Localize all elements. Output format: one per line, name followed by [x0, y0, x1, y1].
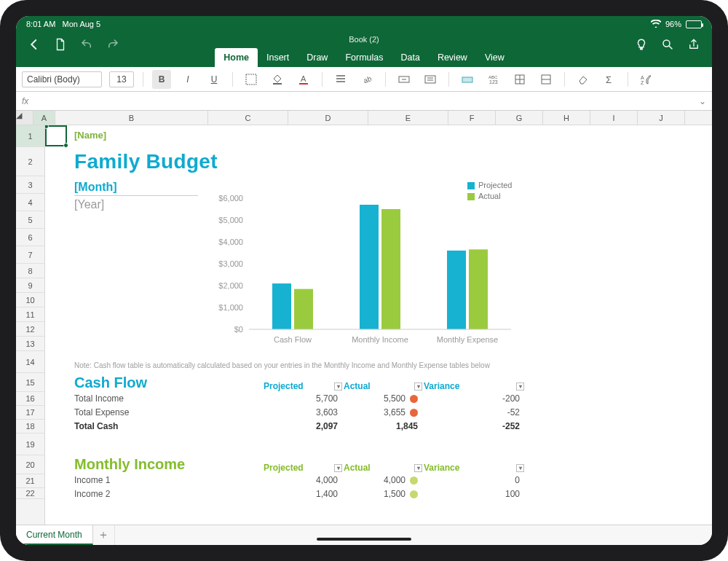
table-row[interactable]: Total Expense3,6033,655-52 — [74, 405, 526, 419]
tab-formulas[interactable]: Formulas — [336, 48, 392, 67]
row-18[interactable]: 18 — [16, 420, 44, 434]
row-19[interactable]: 19 — [16, 434, 44, 455]
income-title[interactable]: Monthly Income — [74, 456, 264, 473]
row-3[interactable]: 3 — [16, 176, 44, 194]
formula-input[interactable] — [34, 94, 699, 109]
italic-button[interactable]: I — [178, 70, 197, 89]
add-sheet-button[interactable]: ＋ — [93, 525, 115, 545]
col-D[interactable]: D — [288, 111, 368, 125]
font-color-button[interactable]: A — [294, 70, 313, 89]
table-row[interactable]: Income 14,0004,0000 — [74, 473, 526, 487]
row-20[interactable]: 20 — [16, 455, 44, 474]
clear-button[interactable] — [574, 70, 593, 89]
insert-cells-button[interactable] — [510, 70, 529, 89]
budget-chart[interactable]: $0$1,000$2,000$3,000$4,000$5,000$6,000Ca… — [213, 191, 518, 351]
row-13[interactable]: 13 — [16, 337, 44, 351]
tab-review[interactable]: Review — [429, 48, 476, 67]
income-header-actual[interactable]: Actual — [344, 463, 371, 473]
row-9[interactable]: 9 — [16, 278, 44, 293]
row-5[interactable]: 5 — [16, 211, 44, 229]
row-10[interactable]: 10 — [16, 293, 44, 307]
row-16[interactable]: 16 — [16, 392, 44, 406]
row-22[interactable]: 22 — [16, 488, 44, 499]
col-J[interactable]: J — [638, 111, 685, 125]
row-11[interactable]: 11 — [16, 307, 44, 322]
income-header-variance[interactable]: Variance — [424, 463, 459, 473]
delete-cells-button[interactable] — [537, 70, 555, 89]
filter-icon[interactable]: ▾ — [414, 382, 422, 391]
row-15[interactable]: 15 — [16, 373, 44, 392]
tab-home[interactable]: Home — [215, 48, 258, 67]
font-name-select[interactable]: Calibri (Body) — [22, 71, 102, 87]
filter-icon[interactable]: ▾ — [334, 464, 342, 472]
search-button[interactable] — [660, 36, 676, 52]
undo-button[interactable] — [79, 36, 95, 52]
filter-icon[interactable]: ▾ — [516, 464, 524, 472]
row-17[interactable]: 17 — [16, 406, 44, 420]
col-H[interactable]: H — [543, 111, 590, 125]
col-G[interactable]: G — [496, 111, 543, 125]
home-indicator[interactable] — [317, 538, 411, 541]
row-8[interactable]: 8 — [16, 264, 44, 278]
row-12[interactable]: 12 — [16, 322, 44, 337]
cashflow-header-variance[interactable]: Variance — [424, 381, 459, 391]
row-14[interactable]: 14 — [16, 351, 44, 373]
cell-month[interactable]: [Month] — [74, 181, 117, 194]
row-2[interactable]: 2 — [16, 147, 44, 176]
income-header-projected[interactable]: Projected — [264, 463, 304, 473]
underline-button[interactable]: U — [205, 70, 223, 89]
sort-filter-button[interactable]: AZ — [637, 70, 656, 89]
col-C[interactable]: C — [208, 111, 288, 125]
filter-icon[interactable]: ▾ — [414, 464, 422, 472]
row-21[interactable]: 21 — [16, 474, 44, 488]
fill-color-button[interactable] — [268, 70, 287, 89]
font-size-input[interactable]: 13 — [109, 71, 134, 87]
formula-bar[interactable]: fx ⌄ — [16, 92, 712, 111]
spreadsheet-cells[interactable]: [Name] Family Budget [Month] [Year] Proj… — [45, 125, 712, 525]
chevron-down-icon[interactable]: ⌄ — [699, 96, 706, 106]
cashflow-header-actual[interactable]: Actual — [344, 381, 371, 391]
sheet-tab-current[interactable]: Current Month — [16, 525, 93, 545]
autosum-button[interactable]: Σ — [600, 70, 619, 89]
col-I[interactable]: I — [590, 111, 638, 125]
share-button[interactable] — [686, 36, 702, 52]
border-button[interactable] — [242, 70, 261, 89]
table-row[interactable]: Total Cash2,0971,845-252 — [74, 419, 526, 433]
row-7[interactable]: 7 — [16, 246, 44, 264]
active-cell[interactable] — [45, 125, 67, 146]
ribbon-tabs: Home Insert Draw Formulas Data Review Vi… — [215, 47, 513, 67]
table-row[interactable]: Income 21,4001,500100 — [74, 487, 526, 501]
tab-data[interactable]: Data — [392, 48, 428, 67]
row-6[interactable]: 6 — [16, 229, 44, 246]
number-format-button[interactable] — [421, 70, 440, 89]
cashflow-title[interactable]: Cash Flow — [74, 374, 264, 391]
row-1[interactable]: 1 — [16, 125, 44, 147]
lightbulb-button[interactable] — [633, 36, 649, 52]
col-F[interactable]: F — [448, 111, 496, 125]
filter-icon[interactable]: ▾ — [334, 382, 342, 391]
bold-button[interactable]: B — [152, 70, 171, 89]
orientation-button[interactable]: ab — [357, 70, 376, 89]
cell-name[interactable]: [Name] — [74, 130, 106, 141]
back-button[interactable] — [26, 36, 42, 52]
align-button[interactable] — [331, 70, 350, 89]
filter-icon[interactable]: ▾ — [516, 382, 524, 391]
tab-draw[interactable]: Draw — [298, 48, 336, 67]
col-B[interactable]: B — [55, 111, 208, 125]
cell-styles-button[interactable] — [458, 70, 477, 89]
col-E[interactable]: E — [368, 111, 448, 125]
redo-button[interactable] — [105, 36, 121, 52]
tab-insert[interactable]: Insert — [258, 48, 298, 67]
table-row[interactable]: Total Income5,7005,500-200 — [74, 391, 526, 405]
col-A[interactable]: A — [33, 111, 55, 125]
tab-view[interactable]: View — [476, 48, 513, 67]
merge-button[interactable] — [395, 70, 414, 89]
title-family-budget[interactable]: Family Budget — [74, 150, 218, 173]
cashflow-header-projected[interactable]: Projected — [264, 381, 304, 391]
svg-point-0 — [663, 40, 670, 47]
file-button[interactable] — [52, 36, 68, 52]
select-all-corner[interactable]: ◢ — [16, 111, 33, 125]
number-button[interactable]: ABC123 — [484, 70, 503, 89]
cell-year[interactable]: [Year] — [74, 198, 104, 211]
row-4[interactable]: 4 — [16, 194, 44, 211]
